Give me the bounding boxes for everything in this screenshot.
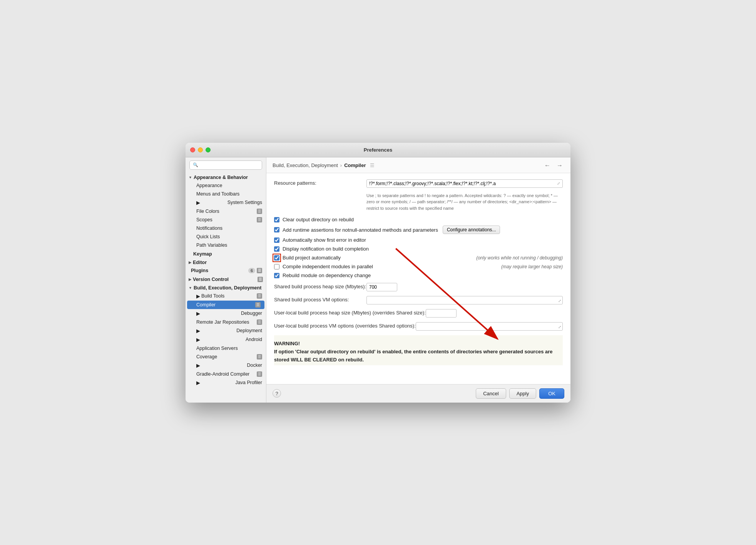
shared-vm-label: Shared build process VM options: [274, 296, 366, 303]
clear-output-checkbox[interactable] [274, 217, 279, 222]
sidebar-item-docker[interactable]: ▶ Docker [186, 361, 266, 370]
chevron-right-icon: ▶ [189, 261, 191, 264]
content-body: Resource patterns: ⤢ Use ; to separate p… [266, 173, 570, 384]
compile-parallel-note: (may require larger heap size) [501, 264, 563, 269]
heap-size-input[interactable] [366, 283, 397, 291]
sidebar: 🔍 ▼ Appearance & Behavior Appearance Men… [186, 157, 266, 403]
search-icon: 🔍 [193, 162, 198, 167]
expand-icon: ⤢ [558, 325, 561, 329]
display-notification-checkbox[interactable] [274, 246, 279, 252]
footer-left: ? [273, 389, 281, 398]
rebuild-module-checkbox[interactable] [274, 273, 279, 278]
display-notification-label: Display notification on build completion [283, 246, 369, 252]
sidebar-item-file-colors[interactable]: File Colors ☰ [186, 207, 266, 216]
sidebar-section-version-control[interactable]: ▶ Version Control ☰ [186, 275, 266, 283]
breadcrumb-parent: Build, Execution, Deployment [273, 162, 338, 168]
cancel-button[interactable]: Cancel [476, 388, 506, 399]
heap-size-row: Shared build process heap size (Mbytes): [274, 283, 563, 291]
sidebar-item-notifications[interactable]: Notifications [186, 224, 266, 232]
checkbox-add-runtime: Add runtime assertions for notnull-annot… [274, 226, 563, 234]
sidebar-item-android[interactable]: ▶ Android [186, 335, 266, 344]
breadcrumb-separator: › [340, 162, 342, 168]
user-vm-input[interactable] [416, 323, 562, 330]
warning-box: WARNING! If option 'Clear output directo… [274, 335, 563, 365]
sidebar-item-debugger[interactable]: ▶ Debugger [186, 309, 266, 318]
checkbox-auto-show: Automatically show first error in editor [274, 237, 563, 243]
back-button[interactable]: ← [543, 161, 552, 170]
resource-patterns-input-wrapper[interactable]: ⤢ [366, 179, 563, 188]
clear-output-label: Clear output directory on rebuild [283, 217, 354, 222]
checkbox-display-notification: Display notification on build completion [274, 246, 563, 252]
forward-button[interactable]: → [555, 161, 564, 170]
shared-vm-input[interactable] [367, 296, 562, 304]
sidebar-item-appearance[interactable]: Appearance [186, 181, 266, 190]
help-button[interactable]: ? [273, 389, 281, 398]
checkbox-clear-output: Clear output directory on rebuild [274, 217, 563, 222]
user-vm-input-wrapper[interactable]: ⤢ [416, 322, 563, 331]
maximize-button[interactable] [206, 147, 211, 152]
breadcrumb-settings-icon: ☰ [370, 162, 375, 168]
warning-text: WARNING! If option 'Clear output directo… [274, 340, 563, 364]
footer: ? Cancel Apply OK [266, 384, 570, 403]
auto-show-checkbox[interactable] [274, 237, 279, 243]
sidebar-item-remote-jar[interactable]: Remote Jar Repositories ☰ [186, 318, 266, 326]
settings-icon: ☰ [257, 319, 262, 325]
build-auto-label: Build project automatically [283, 255, 341, 261]
sidebar-item-path-variables[interactable]: Path Variables [186, 241, 266, 249]
sidebar-item-compiler[interactable]: Compiler ☰ [187, 301, 264, 309]
sidebar-section-editor[interactable]: ▶ Editor [186, 258, 266, 266]
heap-size-label: Shared build process heap size (Mbytes): [274, 283, 366, 289]
sidebar-item-java-profiler[interactable]: ▶ Java Profiler [186, 378, 266, 387]
sidebar-item-build-tools[interactable]: ▶ Build Tools ☰ [186, 292, 266, 301]
resource-patterns-row: Resource patterns: ⤢ [274, 179, 563, 188]
user-heap-label: User-local build process heap size (Mbyt… [274, 309, 426, 316]
shared-vm-row: Shared build process VM options: ⤢ [274, 296, 563, 304]
expand-icon: ⤢ [557, 181, 560, 186]
chevron-right-icon: ▶ [189, 278, 191, 281]
user-vm-label: User-local build process VM options (ove… [274, 322, 416, 329]
sidebar-item-plugins[interactable]: Plugins 6 ☰ [186, 266, 266, 275]
settings-icon: ☰ [257, 268, 262, 273]
sidebar-item-menus-toolbars[interactable]: Menus and Toolbars [186, 190, 266, 198]
checkbox-build-auto: Build project automatically (only works … [274, 255, 563, 261]
chevron-down-icon: ▼ [189, 176, 192, 179]
sidebar-item-scopes[interactable]: Scopes ☰ [186, 216, 266, 224]
resource-patterns-label: Resource patterns: [274, 179, 366, 186]
close-button[interactable] [190, 147, 195, 152]
checkbox-compile-parallel: Compile independent modules in parallel … [274, 264, 563, 269]
sidebar-section-build-exec-deploy[interactable]: ▼ Build, Execution, Deployment [186, 283, 266, 292]
sidebar-item-app-servers[interactable]: Application Servers [186, 344, 266, 353]
user-heap-input[interactable] [426, 309, 457, 318]
search-input[interactable] [200, 162, 259, 168]
plugins-badge: 6 [248, 268, 255, 273]
rebuild-module-label: Rebuild module on dependency change [283, 272, 371, 278]
sidebar-section-keymap[interactable]: Keymap [186, 249, 266, 258]
compile-parallel-checkbox[interactable] [274, 264, 279, 269]
search-box[interactable]: 🔍 [189, 160, 262, 170]
breadcrumb-current: Compiler [344, 162, 366, 168]
sidebar-item-coverage[interactable]: Coverage ☰ [186, 353, 266, 361]
add-runtime-label: Add runtime assertions for notnull-annot… [283, 227, 438, 233]
apply-button[interactable]: Apply [509, 388, 537, 399]
settings-icon: ☰ [257, 371, 262, 377]
shared-vm-input-wrapper[interactable]: ⤢ [366, 296, 563, 304]
resource-patterns-input[interactable] [369, 181, 557, 186]
minimize-button[interactable] [198, 147, 203, 152]
settings-icon: ☰ [255, 302, 261, 308]
sidebar-item-quick-lists[interactable]: Quick Lists [186, 232, 266, 241]
sidebar-item-gradle-android[interactable]: Gradle-Android Compiler ☰ [186, 370, 266, 378]
expand-icon: ⤢ [558, 299, 561, 303]
settings-icon: ☰ [257, 354, 262, 359]
sidebar-section-appearance-behavior[interactable]: ▼ Appearance & Behavior [186, 173, 266, 181]
ok-button[interactable]: OK [539, 388, 564, 399]
warning-title: WARNING! [274, 341, 300, 346]
sidebar-item-deployment[interactable]: ▶ Deployment [186, 326, 266, 335]
add-runtime-checkbox[interactable] [274, 227, 279, 232]
breadcrumb: Build, Execution, Deployment › Compiler … [273, 162, 375, 168]
sidebar-item-system-settings[interactable]: ▶ System Settings [186, 198, 266, 207]
configure-annotations-button[interactable]: Configure annotations... [443, 226, 500, 234]
build-auto-note: (only works while not running / debuggin… [476, 255, 563, 261]
build-auto-checkbox[interactable] [274, 255, 279, 261]
content-header: Build, Execution, Deployment › Compiler … [266, 157, 570, 173]
settings-icon: ☰ [257, 209, 262, 214]
